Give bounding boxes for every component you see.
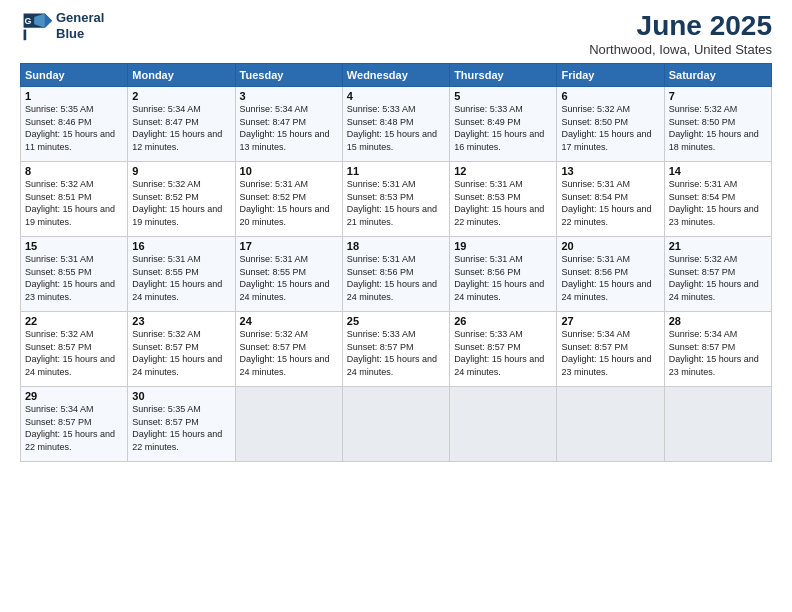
calendar-header: SundayMondayTuesdayWednesdayThursdayFrid… bbox=[21, 64, 772, 87]
calendar-cell: 2Sunrise: 5:34 AMSunset: 8:47 PMDaylight… bbox=[128, 87, 235, 162]
location: Northwood, Iowa, United States bbox=[589, 42, 772, 57]
day-number: 28 bbox=[669, 315, 767, 327]
calendar-table: SundayMondayTuesdayWednesdayThursdayFrid… bbox=[20, 63, 772, 462]
logo-line1: General bbox=[56, 10, 104, 26]
day-info: Sunrise: 5:31 AMSunset: 8:54 PMDaylight:… bbox=[561, 178, 659, 228]
day-info: Sunrise: 5:31 AMSunset: 8:53 PMDaylight:… bbox=[347, 178, 445, 228]
svg-rect-4 bbox=[24, 30, 27, 41]
day-info: Sunrise: 5:33 AMSunset: 8:48 PMDaylight:… bbox=[347, 103, 445, 153]
calendar-cell: 18Sunrise: 5:31 AMSunset: 8:56 PMDayligh… bbox=[342, 237, 449, 312]
day-number: 17 bbox=[240, 240, 338, 252]
day-info: Sunrise: 5:32 AMSunset: 8:50 PMDaylight:… bbox=[669, 103, 767, 153]
day-number: 1 bbox=[25, 90, 123, 102]
calendar-cell: 19Sunrise: 5:31 AMSunset: 8:56 PMDayligh… bbox=[450, 237, 557, 312]
svg-text:G: G bbox=[24, 16, 31, 26]
title-block: June 2025 Northwood, Iowa, United States bbox=[589, 10, 772, 57]
day-number: 5 bbox=[454, 90, 552, 102]
calendar-cell: 22Sunrise: 5:32 AMSunset: 8:57 PMDayligh… bbox=[21, 312, 128, 387]
calendar-cell: 5Sunrise: 5:33 AMSunset: 8:49 PMDaylight… bbox=[450, 87, 557, 162]
weekday-header-row: SundayMondayTuesdayWednesdayThursdayFrid… bbox=[21, 64, 772, 87]
day-number: 26 bbox=[454, 315, 552, 327]
day-number: 7 bbox=[669, 90, 767, 102]
day-info: Sunrise: 5:34 AMSunset: 8:57 PMDaylight:… bbox=[669, 328, 767, 378]
calendar-week-5: 29Sunrise: 5:34 AMSunset: 8:57 PMDayligh… bbox=[21, 387, 772, 462]
calendar-cell: 25Sunrise: 5:33 AMSunset: 8:57 PMDayligh… bbox=[342, 312, 449, 387]
logo-text: General Blue bbox=[56, 10, 104, 41]
weekday-header-tuesday: Tuesday bbox=[235, 64, 342, 87]
day-number: 27 bbox=[561, 315, 659, 327]
calendar-cell: 23Sunrise: 5:32 AMSunset: 8:57 PMDayligh… bbox=[128, 312, 235, 387]
day-info: Sunrise: 5:31 AMSunset: 8:55 PMDaylight:… bbox=[240, 253, 338, 303]
day-info: Sunrise: 5:32 AMSunset: 8:50 PMDaylight:… bbox=[561, 103, 659, 153]
calendar-cell: 11Sunrise: 5:31 AMSunset: 8:53 PMDayligh… bbox=[342, 162, 449, 237]
day-info: Sunrise: 5:31 AMSunset: 8:55 PMDaylight:… bbox=[25, 253, 123, 303]
day-info: Sunrise: 5:32 AMSunset: 8:51 PMDaylight:… bbox=[25, 178, 123, 228]
weekday-header-thursday: Thursday bbox=[450, 64, 557, 87]
day-number: 12 bbox=[454, 165, 552, 177]
day-info: Sunrise: 5:32 AMSunset: 8:57 PMDaylight:… bbox=[669, 253, 767, 303]
day-number: 2 bbox=[132, 90, 230, 102]
day-number: 22 bbox=[25, 315, 123, 327]
calendar-week-2: 8Sunrise: 5:32 AMSunset: 8:51 PMDaylight… bbox=[21, 162, 772, 237]
day-number: 23 bbox=[132, 315, 230, 327]
day-number: 8 bbox=[25, 165, 123, 177]
calendar-cell: 15Sunrise: 5:31 AMSunset: 8:55 PMDayligh… bbox=[21, 237, 128, 312]
day-info: Sunrise: 5:35 AMSunset: 8:57 PMDaylight:… bbox=[132, 403, 230, 453]
day-number: 11 bbox=[347, 165, 445, 177]
calendar-cell: 20Sunrise: 5:31 AMSunset: 8:56 PMDayligh… bbox=[557, 237, 664, 312]
calendar-cell: 21Sunrise: 5:32 AMSunset: 8:57 PMDayligh… bbox=[664, 237, 771, 312]
day-number: 3 bbox=[240, 90, 338, 102]
day-info: Sunrise: 5:31 AMSunset: 8:52 PMDaylight:… bbox=[240, 178, 338, 228]
calendar-cell: 4Sunrise: 5:33 AMSunset: 8:48 PMDaylight… bbox=[342, 87, 449, 162]
day-number: 6 bbox=[561, 90, 659, 102]
day-number: 9 bbox=[132, 165, 230, 177]
calendar-cell: 26Sunrise: 5:33 AMSunset: 8:57 PMDayligh… bbox=[450, 312, 557, 387]
weekday-header-wednesday: Wednesday bbox=[342, 64, 449, 87]
day-info: Sunrise: 5:31 AMSunset: 8:56 PMDaylight:… bbox=[561, 253, 659, 303]
calendar-cell bbox=[450, 387, 557, 462]
calendar-cell: 28Sunrise: 5:34 AMSunset: 8:57 PMDayligh… bbox=[664, 312, 771, 387]
calendar-cell bbox=[664, 387, 771, 462]
calendar-cell bbox=[557, 387, 664, 462]
day-info: Sunrise: 5:34 AMSunset: 8:47 PMDaylight:… bbox=[132, 103, 230, 153]
calendar-cell: 9Sunrise: 5:32 AMSunset: 8:52 PMDaylight… bbox=[128, 162, 235, 237]
calendar-cell: 8Sunrise: 5:32 AMSunset: 8:51 PMDaylight… bbox=[21, 162, 128, 237]
calendar-cell: 6Sunrise: 5:32 AMSunset: 8:50 PMDaylight… bbox=[557, 87, 664, 162]
day-number: 25 bbox=[347, 315, 445, 327]
weekday-header-monday: Monday bbox=[128, 64, 235, 87]
calendar-cell: 13Sunrise: 5:31 AMSunset: 8:54 PMDayligh… bbox=[557, 162, 664, 237]
day-info: Sunrise: 5:32 AMSunset: 8:52 PMDaylight:… bbox=[132, 178, 230, 228]
day-info: Sunrise: 5:32 AMSunset: 8:57 PMDaylight:… bbox=[25, 328, 123, 378]
calendar-cell bbox=[342, 387, 449, 462]
calendar-week-1: 1Sunrise: 5:35 AMSunset: 8:46 PMDaylight… bbox=[21, 87, 772, 162]
month-title: June 2025 bbox=[589, 10, 772, 42]
day-number: 16 bbox=[132, 240, 230, 252]
day-number: 20 bbox=[561, 240, 659, 252]
day-info: Sunrise: 5:31 AMSunset: 8:55 PMDaylight:… bbox=[132, 253, 230, 303]
weekday-header-friday: Friday bbox=[557, 64, 664, 87]
calendar-cell: 10Sunrise: 5:31 AMSunset: 8:52 PMDayligh… bbox=[235, 162, 342, 237]
day-number: 19 bbox=[454, 240, 552, 252]
day-info: Sunrise: 5:33 AMSunset: 8:57 PMDaylight:… bbox=[454, 328, 552, 378]
day-number: 15 bbox=[25, 240, 123, 252]
day-info: Sunrise: 5:31 AMSunset: 8:56 PMDaylight:… bbox=[347, 253, 445, 303]
day-number: 10 bbox=[240, 165, 338, 177]
day-number: 30 bbox=[132, 390, 230, 402]
day-number: 18 bbox=[347, 240, 445, 252]
calendar-cell: 29Sunrise: 5:34 AMSunset: 8:57 PMDayligh… bbox=[21, 387, 128, 462]
day-info: Sunrise: 5:34 AMSunset: 8:57 PMDaylight:… bbox=[561, 328, 659, 378]
calendar-cell: 24Sunrise: 5:32 AMSunset: 8:57 PMDayligh… bbox=[235, 312, 342, 387]
day-number: 24 bbox=[240, 315, 338, 327]
day-info: Sunrise: 5:32 AMSunset: 8:57 PMDaylight:… bbox=[132, 328, 230, 378]
calendar-cell: 27Sunrise: 5:34 AMSunset: 8:57 PMDayligh… bbox=[557, 312, 664, 387]
calendar-body: 1Sunrise: 5:35 AMSunset: 8:46 PMDaylight… bbox=[21, 87, 772, 462]
day-info: Sunrise: 5:32 AMSunset: 8:57 PMDaylight:… bbox=[240, 328, 338, 378]
day-info: Sunrise: 5:31 AMSunset: 8:56 PMDaylight:… bbox=[454, 253, 552, 303]
calendar-cell: 30Sunrise: 5:35 AMSunset: 8:57 PMDayligh… bbox=[128, 387, 235, 462]
logo-line2: Blue bbox=[56, 26, 104, 42]
day-info: Sunrise: 5:31 AMSunset: 8:53 PMDaylight:… bbox=[454, 178, 552, 228]
page: G General Blue June 2025 Northwood, Iowa… bbox=[0, 0, 792, 612]
day-info: Sunrise: 5:34 AMSunset: 8:57 PMDaylight:… bbox=[25, 403, 123, 453]
calendar-cell bbox=[235, 387, 342, 462]
day-info: Sunrise: 5:31 AMSunset: 8:54 PMDaylight:… bbox=[669, 178, 767, 228]
